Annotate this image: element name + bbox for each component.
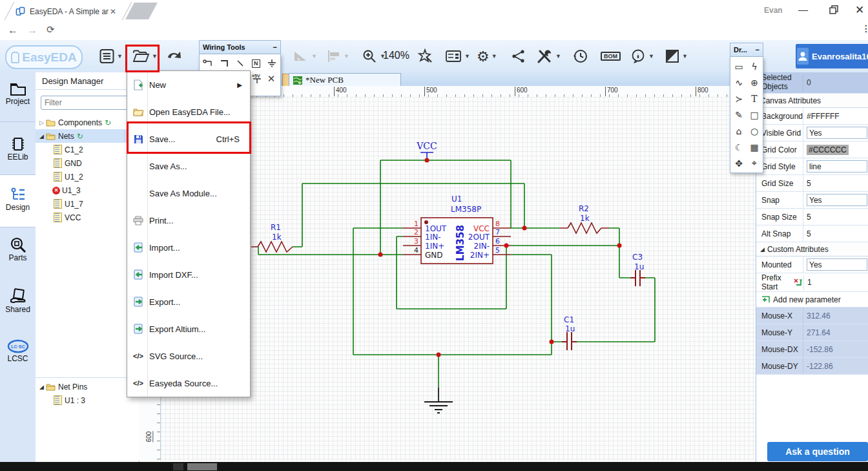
minimize-icon[interactable]: − bbox=[273, 43, 277, 51]
background-value[interactable]: #FFFFFF bbox=[803, 108, 868, 124]
menu-item-import[interactable]: Import... bbox=[127, 234, 250, 261]
alt-snap-input[interactable]: 5 bbox=[803, 225, 868, 242]
taskbar-active-app[interactable] bbox=[187, 463, 217, 470]
pencil-icon[interactable]: ✎ bbox=[731, 107, 747, 123]
sidebar-item-shared[interactable]: Shared bbox=[0, 288, 36, 314]
tree-components[interactable]: ▷ Components ↻ bbox=[36, 116, 139, 129]
tree-net-pins[interactable]: ◢ Net Pins bbox=[36, 380, 139, 393]
menu-item-import-dxf[interactable]: Import DXF... bbox=[127, 261, 250, 288]
collapsed-triangle-icon[interactable]: ▷ bbox=[39, 120, 46, 126]
origin-icon[interactable]: ⌖ bbox=[747, 155, 762, 171]
info-button[interactable]: ▼ bbox=[628, 45, 656, 67]
bom-button[interactable]: BOM bbox=[601, 52, 621, 61]
menu-item-export-altium[interactable]: Export Altium... bbox=[127, 315, 250, 342]
arc-icon[interactable]: ⊕ bbox=[747, 74, 762, 90]
wire-tool-icon[interactable] bbox=[201, 57, 215, 70]
c1-value[interactable]: 1u bbox=[565, 324, 575, 333]
reload-icon[interactable]: ⟳ bbox=[46, 24, 55, 36]
taskbar-app-icon[interactable] bbox=[173, 463, 183, 470]
add-parameter-row[interactable]: Add new parameter bbox=[756, 292, 868, 308]
pie-icon[interactable]: ☾ bbox=[731, 139, 747, 155]
sidebar-item-design[interactable]: Design bbox=[0, 186, 36, 212]
expanded-triangle-icon[interactable]: ◢ bbox=[39, 384, 46, 390]
expanded-triangle-icon[interactable]: ◢ bbox=[39, 133, 46, 140]
window-minimize-icon[interactable]: — bbox=[798, 4, 808, 15]
ask-question-button[interactable]: Ask a question bbox=[767, 442, 868, 461]
sidebar-item-eelib[interactable]: EELib bbox=[0, 136, 36, 162]
grid-size-input[interactable]: 5 bbox=[803, 175, 868, 191]
menu-item-new[interactable]: New ▶ bbox=[127, 71, 250, 98]
snap-size-input[interactable]: 5 bbox=[803, 209, 868, 225]
rect-chamfer-icon[interactable]: ▭ bbox=[731, 58, 747, 74]
custom-attributes-header[interactable]: ◢ Custom Attributes bbox=[756, 242, 868, 256]
r2-refdes[interactable]: R2 bbox=[579, 204, 589, 213]
mounted-select[interactable]: Yes bbox=[807, 258, 867, 271]
chrome-profile-name[interactable]: Evan bbox=[764, 6, 783, 15]
theme-button[interactable]: ▼ bbox=[663, 45, 690, 67]
menu-item-save-as[interactable]: Save As... bbox=[127, 152, 250, 180]
net-item[interactable]: VCC bbox=[36, 211, 139, 224]
forward-icon[interactable]: → bbox=[27, 25, 37, 36]
bezier-icon[interactable]: ∿ bbox=[731, 74, 747, 90]
vcc-net-label[interactable]: VCC bbox=[416, 141, 437, 151]
refresh-icon[interactable]: ↻ bbox=[105, 118, 111, 127]
sidebar-item-parts[interactable]: Parts bbox=[0, 236, 36, 262]
drag-icon[interactable]: ✥ bbox=[731, 155, 747, 171]
c1-refdes[interactable]: C1 bbox=[564, 315, 574, 324]
tree-nets[interactable]: ◢ Nets ↻ bbox=[36, 129, 139, 143]
windows-taskbar[interactable] bbox=[0, 462, 868, 471]
net-item[interactable]: U1_7 bbox=[36, 197, 139, 211]
chrome-menu-icon[interactable]: ⋮ bbox=[862, 23, 868, 34]
net-pin-item[interactable]: U1 : 3 bbox=[36, 393, 139, 407]
image-icon[interactable]: ▦ bbox=[747, 139, 762, 155]
rect-icon[interactable]: □ bbox=[747, 107, 762, 123]
polygon-icon[interactable]: ⌂ bbox=[731, 123, 747, 139]
bus-tool-icon[interactable] bbox=[217, 57, 231, 70]
grid-color-value[interactable]: #CCCCCC bbox=[807, 145, 849, 155]
window-close-icon[interactable]: ✕ bbox=[855, 3, 864, 17]
arrow-icon[interactable]: ≻ bbox=[731, 90, 747, 107]
undo-button[interactable] bbox=[163, 45, 185, 67]
sidebar-item-lcsc[interactable]: LC·SC LCSC bbox=[0, 339, 36, 363]
filter-input[interactable] bbox=[41, 96, 129, 110]
remove-parameter-icon[interactable] bbox=[794, 278, 802, 286]
document-list-button[interactable]: ▼ bbox=[97, 45, 125, 67]
user-account[interactable]: Evanrosalita16 bbox=[796, 44, 868, 68]
document-tab-active[interactable]: *New PCB bbox=[289, 73, 401, 87]
window-restore-icon[interactable] bbox=[829, 5, 839, 15]
tools-button[interactable]: ▼ bbox=[533, 45, 563, 67]
c3-value[interactable]: 1u bbox=[634, 262, 644, 271]
r1-refdes[interactable]: R1 bbox=[271, 223, 281, 232]
back-icon[interactable]: ← bbox=[8, 25, 18, 36]
canvas-attributes-header[interactable]: Canvas Attributes bbox=[756, 94, 868, 108]
u1-value[interactable]: LM358P bbox=[451, 205, 481, 214]
noconnect-tool-icon[interactable]: ✕ bbox=[264, 72, 278, 85]
bus-entry-tool-icon[interactable] bbox=[233, 57, 247, 70]
text-icon[interactable]: T bbox=[747, 90, 762, 107]
wiring-tools-header[interactable]: Wiring Tools − bbox=[199, 40, 281, 54]
share-button[interactable] bbox=[509, 45, 528, 67]
u1-refdes[interactable]: U1 bbox=[451, 194, 462, 204]
r2-value[interactable]: 1k bbox=[580, 214, 590, 223]
minimize-icon[interactable]: − bbox=[756, 46, 760, 54]
polyline-icon[interactable]: ϟ bbox=[747, 58, 762, 74]
menu-item-export[interactable]: Export... bbox=[127, 288, 250, 315]
menu-item-print[interactable]: Print... bbox=[127, 207, 250, 234]
browser-tab[interactable]: EasyEDA - A Simple and ✕ bbox=[16, 3, 124, 20]
settings-button[interactable]: ⚙ ▼ bbox=[475, 45, 499, 67]
wand-button[interactable] bbox=[415, 45, 435, 67]
grid-style-select[interactable]: line bbox=[807, 160, 867, 173]
zoom-level[interactable]: 140% bbox=[383, 50, 409, 61]
components[interactable] bbox=[251, 218, 645, 350]
net-item-error[interactable]: ✕ U1_3 bbox=[36, 183, 139, 197]
menu-item-svg-source[interactable]: </> SVG Source... bbox=[127, 342, 250, 370]
tab-close-icon[interactable]: ✕ bbox=[110, 7, 116, 16]
ground-tool-icon[interactable] bbox=[265, 57, 279, 70]
refresh-icon[interactable]: ↻ bbox=[77, 132, 83, 141]
netlabel-tool-icon[interactable]: N bbox=[249, 57, 263, 70]
history-button[interactable] bbox=[571, 45, 590, 67]
ground-symbol[interactable] bbox=[424, 388, 453, 413]
sidebar-item-project[interactable]: Project bbox=[0, 81, 36, 106]
ellipse-icon[interactable]: ○ bbox=[747, 123, 762, 139]
menu-item-save-as-module[interactable]: Save As Module... bbox=[127, 180, 250, 207]
